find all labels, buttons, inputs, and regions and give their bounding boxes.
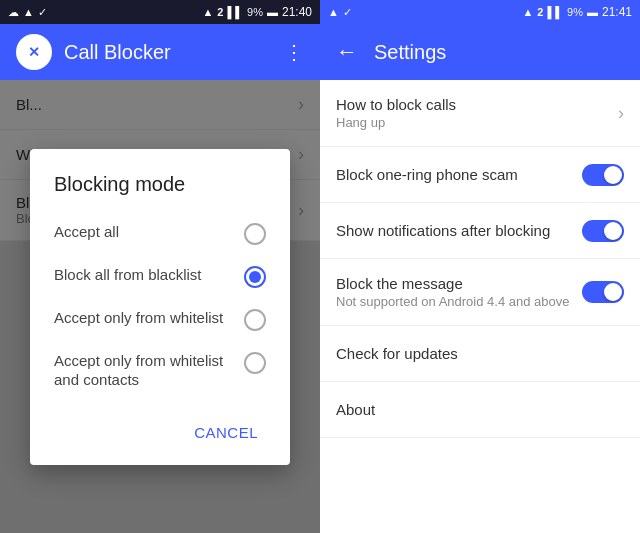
left-status-icons: ☁ ▲ ✓	[8, 6, 47, 19]
toggle-block-message[interactable]	[582, 281, 624, 303]
radio-circle-accept-whitelist-contacts	[244, 352, 266, 374]
settings-list: How to block calls Hang up › Block one-r…	[320, 80, 640, 533]
status-bar-right: ▲ ✓ ▲ 2 ▌▌ 9% ▬ 21:41	[320, 0, 640, 24]
settings-label-one-ring-scam: Block one-ring phone scam	[336, 166, 582, 183]
radio-label-accept-all: Accept all	[54, 222, 228, 242]
cancel-button[interactable]: Cancel	[178, 416, 274, 449]
dialog-title: Blocking mode	[30, 173, 290, 212]
toggle-one-ring-scam[interactable]	[582, 164, 624, 186]
app-bar: ✕ Call Blocker ⋮	[0, 24, 320, 80]
time-left: 21:40	[282, 5, 312, 19]
time-right: 21:41	[602, 5, 632, 19]
status-bar-left: ☁ ▲ ✓ ▲ 2 ▌▌ 9% ▬ 21:40	[0, 0, 320, 24]
battery-icon-right: ▬	[587, 6, 598, 18]
settings-item-one-ring-scam[interactable]: Block one-ring phone scam	[320, 147, 640, 203]
dialog-overlay: Blocking mode Accept all Block all from …	[0, 80, 320, 533]
settings-label-check-updates: Check for updates	[336, 345, 624, 362]
wifi-icon: ▲	[23, 6, 34, 18]
radio-option-accept-whitelist-contacts[interactable]: Accept only from whitelist and contacts	[30, 341, 290, 400]
settings-item-show-notifications[interactable]: Show notifications after blocking	[320, 203, 640, 259]
signal-icon: ▲	[202, 6, 213, 18]
settings-title: Settings	[374, 41, 446, 64]
battery-icon: ▬	[267, 6, 278, 18]
settings-sub-block-message: Not supported on Android 4.4 and above	[336, 294, 582, 309]
settings-sub-how-to-block: Hang up	[336, 115, 618, 130]
wifi-icon-right: ▲	[328, 6, 339, 18]
blocking-mode-dialog: Blocking mode Accept all Block all from …	[30, 149, 290, 465]
right-status-left-icons: ▲ ✓	[328, 6, 352, 19]
back-button[interactable]: ←	[336, 39, 358, 65]
signal-icon-right: ▲	[522, 6, 533, 18]
right-status-info: ▲ 2 ▌▌ 9% ▬ 21:40	[202, 5, 312, 19]
radio-circle-accept-all	[244, 223, 266, 245]
chevron-icon-how-to-block: ›	[618, 103, 624, 124]
settings-item-check-updates[interactable]: Check for updates	[320, 326, 640, 382]
settings-item-about[interactable]: About	[320, 382, 640, 438]
settings-label-block-message: Block the message	[336, 275, 582, 292]
settings-item-block-message[interactable]: Block the message Not supported on Andro…	[320, 259, 640, 326]
check-icon: ✓	[38, 6, 47, 19]
radio-option-accept-whitelist[interactable]: Accept only from whitelist	[30, 298, 290, 341]
radio-circle-accept-whitelist	[244, 309, 266, 331]
right-status-right-info: ▲ 2 ▌▌ 9% ▬ 21:41	[522, 5, 632, 19]
radio-option-block-blacklist[interactable]: Block all from blacklist	[30, 255, 290, 298]
check-icon-right: ✓	[343, 6, 352, 19]
cloud-icon: ☁	[8, 6, 19, 19]
right-panel: ▲ ✓ ▲ 2 ▌▌ 9% ▬ 21:41 ← Settings How to …	[320, 0, 640, 533]
radio-option-accept-all[interactable]: Accept all	[30, 212, 290, 255]
dialog-actions: Cancel	[30, 408, 290, 457]
settings-label-about: About	[336, 401, 624, 418]
radio-label-block-blacklist: Block all from blacklist	[54, 265, 228, 285]
battery-left: 9%	[247, 6, 263, 18]
app-icon-label: ✕	[28, 44, 40, 60]
more-options-icon[interactable]: ⋮	[284, 40, 304, 64]
main-content-left: Bl... › Wh... › Bl... Blo... › Bloc	[0, 80, 320, 533]
toggle-show-notifications[interactable]	[582, 220, 624, 242]
settings-label-how-to-block: How to block calls	[336, 96, 618, 113]
network-icon: 2	[217, 6, 223, 18]
battery-right: 9%	[567, 6, 583, 18]
left-panel: ☁ ▲ ✓ ▲ 2 ▌▌ 9% ▬ 21:40 ✕ Call Blocker ⋮…	[0, 0, 320, 533]
signal-bars-icon: ▌▌	[227, 6, 243, 18]
settings-item-how-to-block[interactable]: How to block calls Hang up ›	[320, 80, 640, 147]
radio-label-accept-whitelist: Accept only from whitelist	[54, 308, 228, 328]
settings-label-show-notifications: Show notifications after blocking	[336, 222, 582, 239]
signal-bars-icon-right: ▌▌	[547, 6, 563, 18]
network-icon-right: 2	[537, 6, 543, 18]
settings-bar: ← Settings	[320, 24, 640, 80]
app-title: Call Blocker	[64, 41, 272, 64]
radio-label-accept-whitelist-contacts: Accept only from whitelist and contacts	[54, 351, 228, 390]
app-icon: ✕	[16, 34, 52, 70]
radio-circle-block-blacklist	[244, 266, 266, 288]
